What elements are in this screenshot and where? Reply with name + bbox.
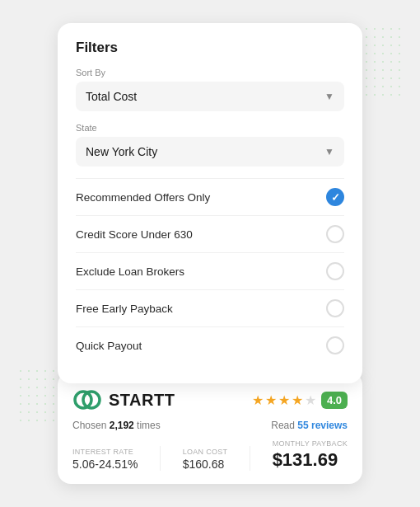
- checkbox-free-payback-label: Free Early Payback: [76, 303, 173, 315]
- company-name-text: STARTT: [109, 391, 175, 410]
- filters-title: Filters: [76, 40, 344, 56]
- loan-cost-label: Loan Cost: [183, 448, 228, 456]
- checkbox-quick-payout-input[interactable]: [326, 336, 344, 354]
- star-1-icon: ★: [252, 392, 264, 408]
- chosen-count: 2,192: [110, 420, 134, 431]
- checkbox-recommended[interactable]: Recommended Offers Only ✓: [76, 178, 344, 215]
- star-2-icon: ★: [265, 392, 277, 408]
- monthly-payback-label: Monthly Payback: [273, 439, 348, 448]
- checkmark-icon: ✓: [331, 191, 340, 204]
- checkbox-free-payback[interactable]: Free Early Payback: [76, 289, 344, 326]
- checkbox-credit-score-label: Credit Score Under 630: [76, 228, 193, 241]
- loan-cost-block: Loan Cost $160.68: [183, 448, 228, 471]
- state-label: State: [76, 123, 344, 133]
- star-4-icon: ★: [292, 392, 303, 408]
- checkbox-exclude-brokers-label: Exclude Loan Brokers: [76, 265, 184, 278]
- checkbox-quick-payout[interactable]: Quick Payout: [76, 326, 344, 364]
- main-container: Filters Sort By Total Cost Interest Rate…: [58, 23, 362, 484]
- star-3-icon: ★: [278, 392, 290, 408]
- chosen-row: Chosen 2,192 times Read 55 reviews: [72, 420, 348, 431]
- checkbox-exclude-brokers-input[interactable]: [326, 262, 344, 280]
- company-card: STARTT ★ ★ ★ ★ ★ 4.0 Chosen 2,192 times …: [58, 372, 362, 484]
- checkbox-exclude-brokers[interactable]: Exclude Loan Brokers: [76, 252, 344, 289]
- interest-rate-block: Interest Rate 5.06-24.51%: [72, 448, 138, 471]
- rating-badge: 4.0: [321, 392, 348, 409]
- star-5-icon: ★: [305, 392, 316, 408]
- rates-row: Interest Rate 5.06-24.51% Loan Cost $160…: [72, 439, 348, 471]
- interest-rate-value: 5.06-24.51%: [72, 458, 138, 471]
- state-wrapper: New York City Los Angeles Chicago Housto…: [76, 137, 344, 167]
- chosen-text: Chosen 2,192 times: [72, 420, 161, 431]
- checkbox-recommended-input[interactable]: ✓: [326, 188, 344, 206]
- checkbox-quick-payout-label: Quick Payout: [76, 340, 142, 352]
- divider-2: [250, 446, 250, 471]
- state-select[interactable]: New York City Los Angeles Chicago Housto…: [76, 137, 344, 167]
- company-rating-area: ★ ★ ★ ★ ★ 4.0: [252, 392, 348, 409]
- monthly-payback-value: $131.69: [273, 449, 348, 471]
- checkbox-credit-score-input[interactable]: [326, 225, 344, 243]
- checkbox-credit-score[interactable]: Credit Score Under 630: [76, 215, 344, 252]
- sort-by-wrapper: Total Cost Interest Rate Monthly Payment…: [76, 82, 344, 111]
- filters-card: Filters Sort By Total Cost Interest Rate…: [58, 23, 362, 383]
- company-stars: ★ ★ ★ ★ ★: [252, 392, 316, 408]
- reviews-text: Read 55 reviews: [271, 420, 348, 431]
- sort-by-label: Sort By: [76, 68, 344, 77]
- company-header-row: STARTT ★ ★ ★ ★ ★ 4.0: [72, 385, 348, 415]
- monthly-payback-block: Monthly Payback $131.69: [273, 439, 348, 471]
- interest-rate-label: Interest Rate: [72, 448, 138, 456]
- checkbox-free-payback-input[interactable]: [326, 299, 344, 317]
- sort-by-select[interactable]: Total Cost Interest Rate Monthly Payment…: [76, 82, 344, 111]
- checkbox-recommended-label: Recommended Offers Only: [76, 191, 210, 204]
- loan-cost-value: $160.68: [183, 458, 228, 471]
- company-logo-area: STARTT: [72, 385, 175, 415]
- reviews-link[interactable]: 55 reviews: [297, 420, 348, 431]
- company-logo-icon: [72, 385, 102, 415]
- divider-1: [160, 446, 161, 471]
